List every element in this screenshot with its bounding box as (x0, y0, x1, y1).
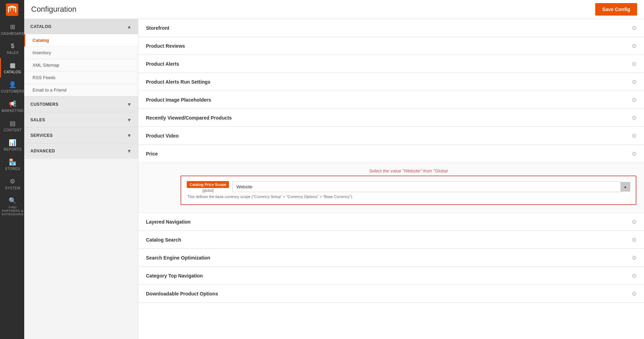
chevron-down-icon: ⊙ (632, 114, 636, 121)
sidebar-link-email-friend[interactable]: Email to a Friend (24, 84, 138, 96)
chevron-down-icon: ⊙ (632, 78, 636, 85)
section-product-alerts-header[interactable]: Product Alerts ⊙ (138, 55, 644, 73)
main-content: Storefront ⊙ Product Reviews ⊙ Product A… (138, 19, 644, 339)
nav-item-customers[interactable]: 👤 CUSTOMERS (0, 77, 24, 97)
sidebar-section-sales[interactable]: SALES ▼ (24, 112, 138, 128)
section-downloadable: Downloadable Product Options ⊙ (138, 285, 644, 303)
section-recently-viewed-header[interactable]: Recently Viewed/Compared Products ⊙ (138, 109, 644, 126)
section-price-header[interactable]: Price ⊙ (138, 145, 644, 162)
section-category-nav-header[interactable]: Category Top Navigation ⊙ (138, 267, 644, 284)
svg-rect-0 (6, 3, 18, 16)
chevron-down-icon: ⊙ (632, 60, 636, 67)
reports-icon: 📊 (9, 139, 17, 147)
dashboard-icon: ⊞ (10, 23, 16, 31)
nav-item-catalog[interactable]: ▦ CATALOG (0, 58, 24, 77)
section-product-reviews: Product Reviews ⊙ (138, 37, 644, 55)
sidebar-link-catalog[interactable]: Catalog (24, 34, 138, 47)
section-product-alerts-run-header[interactable]: Product Alerts Run Settings ⊙ (138, 73, 644, 91)
sidebar-link-rss-feeds[interactable]: RSS Feeds (24, 72, 138, 84)
field-label-container: Catalog Price Scope [global] (187, 181, 229, 192)
section-product-image: Product Image Placeholders ⊙ (138, 91, 644, 109)
sidebar-link-xml-sitemap[interactable]: XML Sitemap (24, 59, 138, 72)
chevron-down-icon: ⊙ (632, 236, 636, 243)
nav-item-marketing[interactable]: 📢 MARKETING (0, 97, 24, 116)
chevron-up-icon: ⊙ (632, 150, 636, 157)
sidebar-catalog-body: Catalog Inventory XML Sitemap RSS Feeds … (24, 34, 138, 96)
chevron-down-icon: ⊙ (632, 43, 636, 49)
price-field-row: Catalog Price Scope [global] Website Glo… (187, 181, 630, 192)
sidebar-section-customers[interactable]: CUSTOMERS ▼ (24, 96, 138, 112)
section-layered-nav-header[interactable]: Layered Navigation ⊙ (138, 213, 644, 230)
page-title: Configuration (31, 5, 76, 14)
content-icon: ▤ (10, 120, 16, 127)
section-catalog-search-header[interactable]: Catalog Search ⊙ (138, 231, 644, 248)
chevron-down-icon: ⊙ (632, 218, 636, 225)
section-product-video: Product Video ⊙ (138, 127, 644, 145)
section-price: Price ⊙ Select the value "Website" from … (138, 145, 644, 213)
section-layered-nav: Layered Navigation ⊙ (138, 213, 644, 231)
section-product-alerts: Product Alerts ⊙ (138, 55, 644, 73)
chevron-up-icon: ▲ (127, 24, 132, 29)
field-label-sub: [global] (187, 189, 229, 192)
left-navigation: ⊞ DASHBOARD $ SALES ▦ CATALOG 👤 CUSTOMER… (0, 0, 24, 339)
price-section-body: Select the value "Website" from "Global … (138, 162, 644, 213)
section-category-nav: Category Top Navigation ⊙ (138, 267, 644, 285)
section-catalog-search: Catalog Search ⊙ (138, 231, 644, 249)
catalog-icon: ▦ (10, 62, 16, 69)
marketing-icon: 📢 (9, 100, 17, 108)
annotation-text: Select the value "Website" from "Global (181, 168, 636, 173)
chevron-down-icon: ▼ (127, 133, 132, 138)
chevron-down-icon: ⊙ (632, 254, 636, 261)
section-product-video-header[interactable]: Product Video ⊙ (138, 127, 644, 144)
section-seo: Search Engine Optimization ⊙ (138, 249, 644, 267)
section-storefront-header[interactable]: Storefront ⊙ (138, 19, 644, 37)
price-box-border: Catalog Price Scope [global] Website Glo… (181, 176, 636, 205)
find-partners-icon: 🔍 (9, 197, 17, 205)
system-icon: ⚙ (10, 178, 16, 185)
stores-icon: 🏪 (9, 158, 17, 166)
sidebar: CATALOG ▲ Catalog Inventory XML Sitemap … (24, 19, 138, 339)
nav-item-system[interactable]: ⚙ SYSTEM (0, 174, 24, 194)
sidebar-link-inventory[interactable]: Inventory (24, 47, 138, 59)
sidebar-section-services[interactable]: SERVICES ▼ (24, 128, 138, 143)
chevron-down-icon: ▼ (127, 148, 132, 154)
field-hint: This defines the base currency scope ("C… (187, 195, 630, 199)
section-seo-header[interactable]: Search Engine Optimization ⊙ (138, 249, 644, 266)
section-recently-viewed: Recently Viewed/Compared Products ⊙ (138, 109, 644, 127)
section-product-image-header[interactable]: Product Image Placeholders ⊙ (138, 91, 644, 109)
chevron-down-icon: ▼ (127, 102, 132, 107)
save-config-button[interactable]: Save Config (595, 3, 637, 16)
chevron-down-icon: ▼ (127, 117, 132, 123)
nav-item-find-partners[interactable]: 🔍 FIND PARTNERS & EXTENSIONS (0, 194, 24, 219)
nav-item-reports[interactable]: 📊 REPORTS (0, 135, 24, 155)
select-arrow-button[interactable]: ▲ (621, 182, 630, 191)
section-product-reviews-header[interactable]: Product Reviews ⊙ (138, 37, 644, 55)
nav-item-dashboard[interactable]: ⊞ DASHBOARD (0, 20, 24, 39)
chevron-down-icon: ⊙ (632, 272, 636, 279)
customers-icon: 👤 (9, 81, 17, 88)
chevron-down-icon: ⊙ (632, 290, 636, 297)
catalog-price-scope-select[interactable]: Website Global (232, 181, 621, 192)
chevron-down-icon: ⊙ (632, 132, 636, 139)
chevron-down-icon: ⊙ (632, 25, 636, 31)
nav-item-sales[interactable]: $ SALES (0, 39, 24, 58)
select-wrapper: Website Global ▲ (232, 181, 630, 192)
sidebar-section-advanced[interactable]: ADVANCED ▼ (24, 143, 138, 159)
field-label-badge: Catalog Price Scope (187, 181, 229, 188)
chevron-down-icon: ⊙ (632, 96, 636, 103)
logo[interactable] (6, 3, 18, 17)
section-storefront: Storefront ⊙ (138, 19, 644, 37)
sales-icon: $ (11, 43, 15, 50)
top-bar: Configuration Save Config (24, 0, 644, 19)
sidebar-section-catalog[interactable]: CATALOG ▲ (24, 19, 138, 34)
nav-item-content[interactable]: ▤ CONTENT (0, 116, 24, 135)
section-downloadable-header[interactable]: Downloadable Product Options ⊙ (138, 285, 644, 302)
section-product-alerts-run: Product Alerts Run Settings ⊙ (138, 73, 644, 91)
nav-item-stores[interactable]: 🏪 STORES (0, 155, 24, 174)
